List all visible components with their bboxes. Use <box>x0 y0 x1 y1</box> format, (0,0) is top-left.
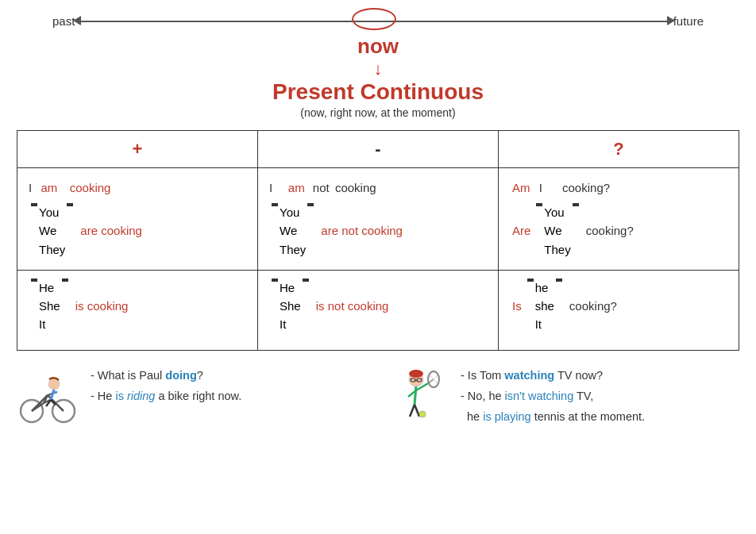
positive-group-1: You We They are cooking <box>29 203 246 259</box>
question-group-1: Are You We They cooking? <box>510 203 727 259</box>
tom-answer-line2: he is playing tennis at the moment. <box>461 406 645 427</box>
svg-point-27 <box>419 411 426 417</box>
pronoun-they: They <box>39 240 65 259</box>
right-bracket-he-neg <box>303 279 309 282</box>
negative-he-she-it-group: He She It is not cooking <box>269 279 487 334</box>
q-pronoun-you: You <box>544 203 570 221</box>
cell-negative-2: He She It is not cooking <box>258 270 499 350</box>
bracket-you-we-they-q: You We They <box>536 203 578 259</box>
cell-question-2: Is he she It cooking? <box>499 270 739 350</box>
table-row-2: He She It is cooking <box>17 270 739 350</box>
bottom-left: - What is Paul doing? - He is riding a b… <box>16 365 370 428</box>
aux-am: am <box>41 176 58 200</box>
tom-a1-isnt: isn't watching <box>505 390 574 402</box>
left-bracket <box>31 203 37 206</box>
bracket-you-we-they-neg: You We They <box>272 203 314 259</box>
q-cooking-group: cooking? <box>586 224 634 237</box>
bottom-right: - Is Tom watching TV now? - No, he isn't… <box>386 365 740 428</box>
bottom-section: - What is Paul doing? - He is riding a b… <box>16 365 740 428</box>
q-pronoun-we: We <box>544 221 570 240</box>
pronoun-he-pos: He <box>39 279 60 297</box>
timeline-past-label: past <box>52 14 75 28</box>
svg-line-18 <box>415 386 416 405</box>
q-pronoun-i: I <box>539 176 542 200</box>
timeline-section: past future now ↓ Present Continuous (no… <box>0 0 756 127</box>
pronoun-you: You <box>39 203 65 221</box>
table-row-1: I am cooking You We They <box>17 168 739 271</box>
tennis-character-image <box>386 365 449 428</box>
q-pronouns-group: You We They <box>544 203 570 259</box>
left-bracket-q <box>536 203 542 206</box>
q-aux-am: Am <box>512 176 530 200</box>
are-cooking-pos: are cooking <box>80 224 142 237</box>
subtitle: (now, right now, at the moment) <box>300 106 455 119</box>
pronoun-she-q: she <box>535 297 554 315</box>
positive-he-she-it-group: He She It is cooking <box>29 279 246 334</box>
bike-svg <box>16 365 79 428</box>
pronoun-we: We <box>39 221 65 240</box>
neg-cooking-1: cooking <box>335 176 376 200</box>
pronoun-he-neg: He <box>280 279 301 297</box>
bracket-he-she-it-q: he she It <box>527 279 562 334</box>
header-question: ? <box>499 131 739 168</box>
pos-he-she-it-pronouns: He She It <box>39 279 60 334</box>
positive-i-line: I am cooking <box>29 176 246 200</box>
cell-positive-1: I am cooking You We They <box>17 168 258 271</box>
tom-a2-end: tennis at the moment. <box>531 410 645 423</box>
cell-question-1: Am I cooking? Are You We They <box>499 168 739 271</box>
tom-q-start: - Is Tom <box>461 369 504 382</box>
paul-a-start: - He <box>91 390 115 402</box>
tom-a1-end: TV, <box>573 390 593 402</box>
tom-a2-start: he <box>461 410 483 423</box>
pronoun-she-neg: She <box>280 297 301 315</box>
svg-line-3 <box>48 395 64 411</box>
paul-q-highlight: doing <box>165 369 196 382</box>
q-aux-are: Are <box>512 224 530 237</box>
left-bracket-he-neg <box>272 279 278 282</box>
pronoun-it-pos: It <box>39 315 60 333</box>
verb-cooking-1: cooking <box>70 176 111 200</box>
pronoun-it-neg: It <box>280 315 301 333</box>
right-bracket-he <box>62 279 68 282</box>
neg-pronoun-you: You <box>280 203 306 221</box>
neg-pronoun-i: I <box>269 176 272 200</box>
is-cooking-pos: is cooking <box>75 299 129 313</box>
paul-q-start: - What is Paul <box>91 369 165 382</box>
svg-line-9 <box>51 390 54 400</box>
tom-a1-start: - No, he <box>461 390 505 402</box>
bike-character-image <box>16 365 79 428</box>
pronouns-you-we-they: You We They <box>39 203 65 259</box>
bracket-you-we-they-pos: You We They <box>31 203 73 259</box>
cell-negative-1: I am not cooking You We They <box>258 168 499 271</box>
table-header-row: + - ? <box>17 131 739 168</box>
paul-a-is: is <box>115 390 123 402</box>
neg-pronoun-we: We <box>280 221 306 240</box>
not-word-1: not <box>313 176 330 200</box>
timeline-row: past future <box>52 14 704 28</box>
tom-q-watching: watching <box>504 369 554 382</box>
neg-aux-am: am <box>288 176 305 200</box>
grammar-table: + - ? I am cooking <box>17 130 739 351</box>
right-bracket-he-q <box>556 279 562 282</box>
pronoun-he-q: he <box>535 279 554 297</box>
paul-question-line: - What is Paul doing? <box>91 365 241 386</box>
tom-text: - Is Tom watching TV now? - No, he isn't… <box>461 365 645 427</box>
pronoun-she-pos: She <box>39 297 60 315</box>
right-bracket-neg <box>307 203 314 206</box>
q-pronoun-they: They <box>544 240 570 259</box>
neg-pronoun-they: They <box>280 240 306 259</box>
tennis-svg <box>386 365 449 428</box>
svg-point-14 <box>409 370 423 378</box>
cell-positive-2: He She It is cooking <box>17 270 258 350</box>
q-cooking-he: cooking? <box>569 299 617 313</box>
now-oval <box>352 8 396 30</box>
main-title: Present Continuous <box>272 79 484 105</box>
q-he-she-it-pronouns: he she It <box>535 279 554 334</box>
timeline-line <box>81 21 666 22</box>
are-not-cooking: are not cooking <box>321 224 403 237</box>
tom-a2-playing: is playing <box>483 410 530 423</box>
svg-line-26 <box>415 405 419 417</box>
pronoun-it-q: It <box>535 315 554 333</box>
header-plus: + <box>17 131 258 168</box>
pronoun-i: I <box>29 176 32 200</box>
